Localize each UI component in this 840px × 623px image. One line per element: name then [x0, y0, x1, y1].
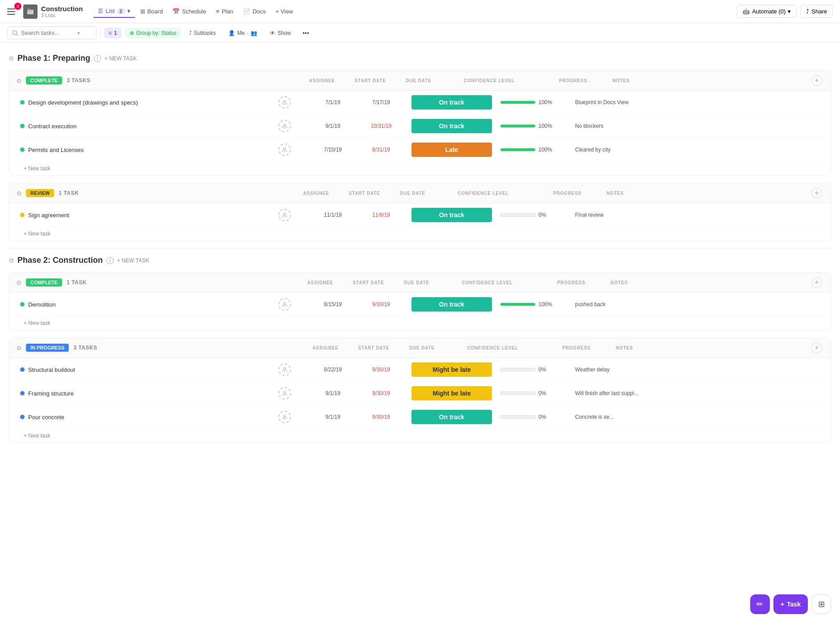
avatar[interactable] — [278, 298, 291, 311]
avatar[interactable] — [278, 96, 291, 109]
search-box[interactable]: ▾ — [7, 26, 97, 39]
group-toggle-1-2[interactable]: ⊙ — [17, 190, 21, 197]
progress-bar-fill — [500, 148, 535, 151]
task-name-label[interactable]: Sign agreement — [28, 212, 69, 219]
phase-toggle-1[interactable]: ⊙ — [9, 55, 14, 62]
confidence-badge[interactable]: Might be late — [412, 362, 492, 377]
add-col-btn-1-2[interactable]: + — [811, 188, 822, 198]
col-start-date-1-2: START DATE — [342, 191, 387, 196]
confidence-badge[interactable]: On track — [412, 410, 492, 424]
tab-view-add[interactable]: + View — [271, 5, 298, 17]
col-assignee-2-1: ASSIGNEE — [298, 280, 342, 285]
confidence-badge[interactable]: On track — [412, 119, 492, 133]
col-notes-2-1: NOTES — [610, 280, 806, 285]
avatar[interactable] — [278, 411, 291, 423]
tab-plan[interactable]: ≡ Plan — [212, 5, 238, 17]
avatar[interactable] — [278, 143, 291, 156]
avatar[interactable] — [278, 363, 291, 376]
search-input[interactable] — [21, 29, 75, 36]
nav-tabs: ☰ List 2 ▾ ⊞ Board 📅 Schedule ≡ Plan 📄 D… — [93, 5, 298, 18]
group-by-button[interactable]: ⊕ Group by: Status — [125, 28, 181, 38]
confidence-badge[interactable]: Might be late — [412, 386, 492, 400]
tab-docs[interactable]: 📄 Docs — [239, 5, 270, 17]
task-name-label[interactable]: Contract execution — [28, 123, 76, 130]
new-task-link[interactable]: + New task — [9, 162, 831, 175]
toolbar: ▾ ≡ 1 ⊕ Group by: Status ⤴ Subtasks 👤 Me… — [0, 23, 840, 43]
show-button[interactable]: 👁 Show — [265, 28, 295, 38]
avatar[interactable] — [278, 120, 291, 132]
automate-button[interactable]: 🤖 Automate (0) ▾ — [737, 5, 797, 18]
task-assignee-cell — [262, 387, 307, 400]
task-start-date: 11/1/19 — [311, 212, 355, 218]
group-toggle-1-1[interactable]: ⊙ — [17, 77, 21, 84]
task-due-date: 9/30/19 — [359, 414, 403, 420]
progress-bar — [500, 368, 536, 371]
search-icon — [12, 30, 18, 36]
task-start-date: 7/10/19 — [311, 147, 355, 153]
avatar[interactable] — [278, 387, 291, 400]
progress-bar-fill — [500, 101, 535, 104]
phase-toggle-2[interactable]: ⊙ — [9, 257, 14, 264]
add-col-btn-2-2[interactable]: + — [811, 342, 822, 353]
add-col-btn-2-1[interactable]: + — [811, 277, 822, 288]
share-button[interactable]: ⤴ Share — [800, 5, 833, 18]
col-due-date-2-1: DUE DATE — [394, 280, 439, 285]
task-assignee-cell — [262, 209, 307, 221]
fab-grid-button[interactable]: ⊞ — [811, 594, 831, 614]
new-task-link[interactable]: + New task — [9, 227, 831, 240]
fab-task-label: Task — [787, 601, 801, 608]
tab-docs-label: Docs — [252, 8, 266, 15]
main-content: ⊙ Phase 1: Preparing i + NEW TASK ⊙ COMP… — [0, 43, 840, 623]
fab-task-button[interactable]: + Task — [773, 594, 808, 614]
tab-board[interactable]: ⊞ Board — [136, 5, 168, 17]
status-badge-2-2: IN PROGRESS — [26, 344, 69, 352]
tab-schedule[interactable]: 📅 Schedule — [168, 5, 210, 17]
task-status-dot — [20, 415, 25, 419]
status-header-row-1-1: ⊙ COMPLETE 3 TASKS ASSIGNEE START DATE D… — [9, 71, 831, 91]
status-header-row-2-2: ⊙ IN PROGRESS 3 TASKS ASSIGNEE START DAT… — [9, 338, 831, 358]
me-button[interactable]: 👤 Me · 👥 — [224, 28, 262, 38]
tab-list[interactable]: ☰ List 2 ▾ — [93, 5, 134, 18]
group-toggle-2-1[interactable]: ⊙ — [17, 279, 21, 286]
task-name-label[interactable]: Structural buildout — [28, 366, 75, 373]
new-task-link[interactable]: + New task — [9, 316, 831, 330]
confidence-badge[interactable]: On track — [412, 297, 492, 312]
phase-info-icon-1[interactable]: i — [94, 55, 101, 62]
subtasks-button[interactable]: ⤴ Subtasks — [185, 28, 220, 38]
tab-list-badge: 2 — [117, 8, 125, 14]
task-name-cell: Sign agreement — [20, 212, 259, 219]
task-notes: Blueprint in Docs View — [575, 99, 814, 105]
task-name-label[interactable]: Pour concrete — [28, 414, 64, 421]
confidence-badge[interactable]: Late — [412, 143, 492, 157]
fab-buttons: ✏ + Task ⊞ — [750, 594, 831, 614]
confidence-badge[interactable]: On track — [412, 95, 492, 109]
col-due-date-1-2: DUE DATE — [391, 191, 435, 196]
task-name-label[interactable]: Framing structure — [28, 390, 74, 397]
task-name-label[interactable]: Permits and Licenses — [28, 147, 84, 153]
add-col-btn-1-1[interactable]: + — [811, 75, 822, 86]
phase-header-2: ⊙ Phase 2: Construction i + NEW TASK — [9, 256, 831, 265]
phase-info-icon-2[interactable]: i — [106, 257, 113, 264]
phase-header-1: ⊙ Phase 1: Preparing i + NEW TASK — [9, 54, 831, 63]
hamburger-menu[interactable]: 3 — [7, 5, 20, 18]
confidence-badge[interactable]: On track — [412, 208, 492, 222]
task-name-label[interactable]: Demolition — [28, 301, 55, 308]
task-name-label[interactable]: Design development (drawings and specs) — [28, 99, 138, 106]
task-notes: Concrete is se... — [575, 414, 814, 420]
more-options-button[interactable]: ••• — [299, 27, 313, 39]
table-row: Design development (drawings and specs) … — [9, 91, 831, 114]
fab-edit-button[interactable]: ✏ — [750, 594, 770, 614]
svg-point-2 — [13, 30, 17, 34]
col-notes-1-2: NOTES — [607, 191, 806, 196]
phase-new-task-btn-2[interactable]: + NEW TASK — [117, 257, 149, 264]
phase-new-task-btn-1[interactable]: + NEW TASK — [105, 55, 137, 62]
task-progress-cell: 0% — [500, 366, 571, 373]
col-start-date-2-1: START DATE — [346, 280, 391, 285]
nav-right: 🤖 Automate (0) ▾ ⤴ Share — [737, 5, 833, 18]
group-toggle-2-2[interactable]: ⊙ — [17, 345, 21, 351]
status-group-2-2: ⊙ IN PROGRESS 3 TASKS ASSIGNEE START DAT… — [9, 337, 831, 443]
filter-button[interactable]: ≡ 1 — [104, 28, 122, 38]
avatar[interactable] — [278, 209, 291, 221]
new-task-link[interactable]: + New task — [9, 429, 831, 442]
col-progress-2-1: PROGRESS — [535, 280, 607, 285]
